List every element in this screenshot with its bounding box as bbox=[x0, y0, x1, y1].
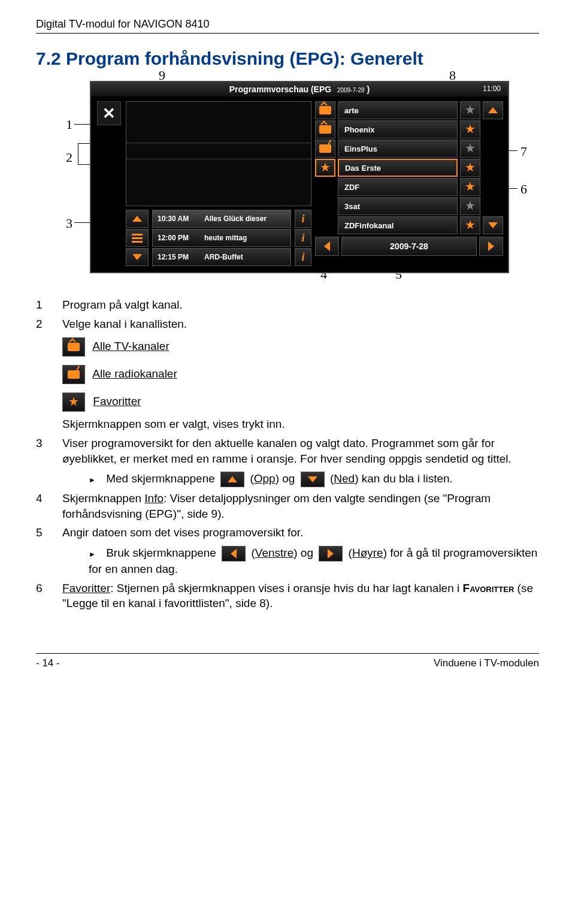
legend-text: Program på valgt kanal. bbox=[62, 297, 539, 313]
info-icon: i bbox=[301, 213, 304, 225]
program-cell[interactable]: 12:15 PM ARD-Buffet bbox=[152, 248, 291, 266]
arrow-left-icon bbox=[231, 549, 237, 558]
scroll-up-button[interactable] bbox=[126, 210, 149, 228]
legend-num: 2 bbox=[36, 316, 48, 432]
close-button[interactable]: ✕ bbox=[97, 101, 121, 125]
arrow-down-icon bbox=[308, 476, 317, 482]
channel-row: EinsPlus ★ bbox=[315, 140, 503, 158]
scroll-down-button[interactable] bbox=[126, 248, 149, 266]
page-footer: - 14 - Vinduene i TV-modulen bbox=[36, 653, 539, 669]
channel-name[interactable]: ZDFinfokanal bbox=[338, 216, 458, 234]
channel-name[interactable]: arte bbox=[338, 101, 458, 119]
tv-icon-box bbox=[62, 337, 85, 357]
star-icon: ★ bbox=[68, 394, 79, 410]
date-prev-button[interactable] bbox=[315, 237, 339, 256]
channel-name[interactable]: Phoenix bbox=[338, 120, 458, 138]
callout-3: 3 bbox=[66, 216, 72, 231]
epg-figure: 9 8 1 2 3 7 6 4 5 Programmvorschau (EPG … bbox=[54, 81, 521, 273]
favorite-button[interactable]: ★ bbox=[460, 120, 480, 138]
legend-num: 4 bbox=[36, 491, 48, 521]
legend-item-5: 5 Angir datoen som det vises programover… bbox=[36, 525, 539, 576]
text: Med skjermknappene bbox=[106, 472, 218, 485]
program-time: 10:30 AM bbox=[158, 215, 198, 223]
legend-line: Velge kanal i kanallisten. bbox=[62, 316, 539, 332]
right-button-inline bbox=[319, 546, 343, 561]
footer-right: Vinduene i TV-modulen bbox=[434, 657, 539, 669]
star-icon: ★ bbox=[465, 141, 476, 155]
favorite-button[interactable]: ★ bbox=[460, 216, 480, 234]
scroll-up-button[interactable] bbox=[483, 101, 503, 119]
legend-item-1: 1 Program på valgt kanal. bbox=[36, 297, 539, 313]
label-left: Venstre bbox=[255, 546, 293, 559]
callout-2: 2 bbox=[66, 150, 72, 165]
channel-name[interactable]: ZDF bbox=[338, 178, 458, 196]
arrow-right-icon bbox=[488, 241, 494, 251]
date-nav-row: 2009-7-28 bbox=[315, 237, 503, 256]
header-rule bbox=[36, 33, 539, 34]
favorite-button[interactable]: ★ bbox=[460, 178, 480, 196]
info-button[interactable]: i bbox=[295, 248, 311, 266]
favorite-button[interactable]: ★ bbox=[460, 140, 480, 158]
tv-icon bbox=[319, 125, 331, 134]
legend-item-3: 3 Viser programoversikt for den aktuelle… bbox=[36, 436, 539, 487]
tv-icon bbox=[319, 106, 331, 114]
link-favorites: Favoritter bbox=[93, 395, 141, 407]
preview-box bbox=[126, 101, 311, 206]
program-time: 12:00 PM bbox=[158, 234, 198, 242]
info-button[interactable]: i bbox=[295, 210, 311, 228]
menu-button[interactable] bbox=[126, 229, 149, 247]
channel-type-button[interactable] bbox=[315, 120, 335, 138]
down-button-inline bbox=[301, 472, 325, 487]
channel-type-button[interactable]: ★ bbox=[315, 159, 335, 177]
arrow-up-icon bbox=[132, 216, 142, 222]
text: : Stjernen på skjermknappen vises i oran… bbox=[110, 582, 462, 594]
favorite-button[interactable]: ★ bbox=[460, 159, 480, 177]
tv-icon bbox=[68, 343, 80, 351]
callout-bracket bbox=[78, 143, 90, 165]
legend: 1 Program på valgt kanal. 2 Velge kanal … bbox=[36, 297, 539, 611]
star-icon: ★ bbox=[465, 218, 476, 232]
star-icon: ★ bbox=[320, 160, 331, 174]
legend-line: Viser programoversikt for den aktuelle k… bbox=[62, 436, 539, 466]
program-cell[interactable]: 12:00 PM heute mittag bbox=[152, 229, 291, 247]
favorite-button[interactable]: ★ bbox=[460, 197, 480, 215]
channel-type-button[interactable] bbox=[315, 140, 335, 158]
channel-type-button[interactable] bbox=[315, 101, 335, 119]
legend-subline: Skjermknappen som er valgt, vises trykt … bbox=[62, 416, 539, 432]
channel-row: 3sat ★ bbox=[315, 197, 503, 215]
label-up: Opp bbox=[254, 472, 276, 485]
date-next-button[interactable] bbox=[479, 237, 503, 256]
program-row: 12:15 PM ARD-Buffet i bbox=[126, 248, 311, 266]
star-icon: ★ bbox=[465, 198, 476, 213]
star-icon: ★ bbox=[465, 179, 476, 194]
legend-line: Angir datoen som det vises programoversi… bbox=[62, 525, 539, 540]
channel-name[interactable]: 3sat bbox=[338, 197, 458, 215]
scroll-down-button[interactable] bbox=[483, 216, 503, 234]
channel-name[interactable]: EinsPlus bbox=[338, 140, 458, 158]
legend-text: Viser programoversikt for den aktuelle k… bbox=[62, 436, 539, 487]
arrow-right-icon bbox=[328, 549, 334, 558]
favorite-button[interactable]: ★ bbox=[460, 101, 480, 119]
channel-row: ZDF ★ bbox=[315, 178, 503, 196]
legend-text: Skjermknappen Info: Viser detaljopplysni… bbox=[62, 491, 539, 521]
channel-name[interactable]: Das Erste bbox=[338, 159, 458, 177]
program-row: 10:30 AM Alles Glück dieser i bbox=[126, 210, 311, 228]
arrow-left-icon bbox=[324, 241, 330, 251]
legend-text: Velge kanal i kanallisten. Alle TV-kanal… bbox=[62, 316, 539, 432]
radio-icon bbox=[319, 144, 331, 153]
text: Bruk skjermknappene bbox=[106, 546, 219, 559]
right-column: arte ★ Phoenix ★ EinsPlus ★ bbox=[315, 101, 503, 267]
up-button-inline bbox=[220, 472, 244, 487]
program-cell[interactable]: 10:30 AM Alles Glück dieser bbox=[152, 210, 291, 228]
hamburger-icon bbox=[132, 234, 143, 243]
callout-6: 6 bbox=[520, 182, 527, 197]
legend-subline: Alle radiokanaler bbox=[62, 365, 539, 384]
link-all-radio: Alle radiokanaler bbox=[92, 367, 177, 380]
info-button[interactable]: i bbox=[295, 229, 311, 247]
left-button-inline bbox=[222, 546, 246, 561]
program-row: 12:00 PM heute mittag i bbox=[126, 229, 311, 247]
label-right: Høyre bbox=[352, 546, 383, 559]
channel-row: Phoenix ★ bbox=[315, 120, 503, 138]
legend-item-6: 6 Favoritter: Stjernen på skjermknappen … bbox=[36, 581, 539, 611]
info-icon: i bbox=[301, 232, 304, 244]
